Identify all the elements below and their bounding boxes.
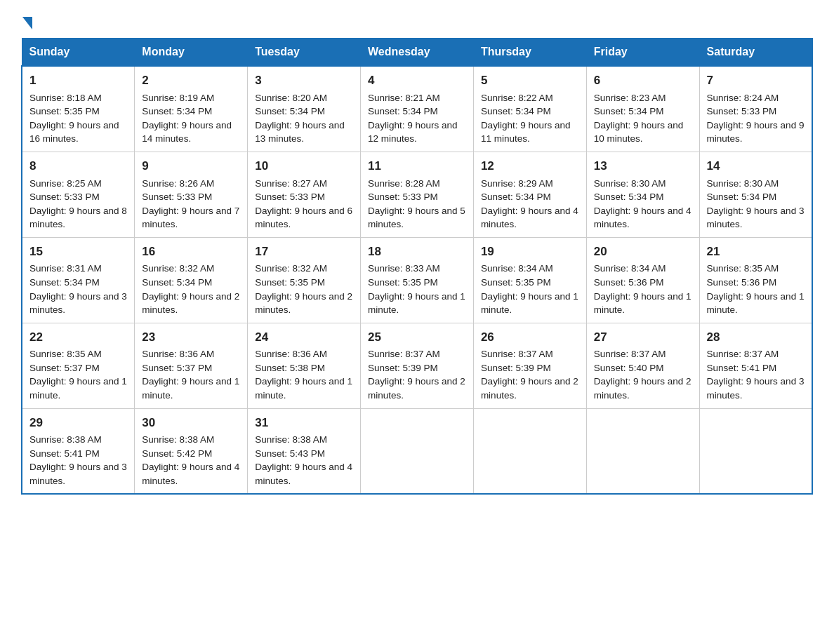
calendar-cell: 22Sunrise: 8:35 AMSunset: 5:37 PMDayligh… — [22, 323, 135, 408]
sunrise-text: Sunrise: 8:29 AM — [481, 178, 553, 189]
sunset-text: Sunset: 5:34 PM — [29, 277, 100, 288]
sunset-text: Sunset: 5:39 PM — [481, 363, 551, 373]
day-number: 14 — [707, 158, 805, 175]
calendar-cell: 1Sunrise: 8:18 AMSunset: 5:35 PMDaylight… — [22, 66, 135, 152]
sunset-text: Sunset: 5:34 PM — [142, 277, 212, 288]
day-number: 10 — [255, 158, 353, 175]
day-number: 5 — [481, 72, 579, 90]
header-day-thursday: Thursday — [473, 39, 586, 67]
daylight-text: Daylight: 9 hours and 1 minute. — [142, 376, 239, 401]
calendar-cell: 9Sunrise: 8:26 AMSunset: 5:33 PMDaylight… — [135, 152, 248, 237]
sunset-text: Sunset: 5:33 PM — [142, 192, 212, 202]
header-day-sunday: Sunday — [22, 39, 135, 67]
calendar-cell: 6Sunrise: 8:23 AMSunset: 5:34 PMDaylight… — [586, 66, 699, 152]
sunset-text: Sunset: 5:35 PM — [255, 277, 325, 288]
daylight-text: Daylight: 9 hours and 8 minutes. — [29, 206, 127, 230]
calendar-cell: 11Sunrise: 8:28 AMSunset: 5:33 PMDayligh… — [361, 152, 474, 237]
sunset-text: Sunset: 5:34 PM — [707, 192, 777, 202]
daylight-text: Daylight: 9 hours and 1 minute. — [594, 291, 691, 316]
calendar-cell — [586, 408, 699, 494]
header-day-friday: Friday — [586, 39, 699, 67]
sunrise-text: Sunrise: 8:24 AM — [707, 93, 779, 103]
day-number: 13 — [594, 158, 692, 175]
daylight-text: Daylight: 9 hours and 3 minutes. — [707, 206, 805, 230]
header-row: SundayMondayTuesdayWednesdayThursdayFrid… — [22, 39, 812, 67]
sunset-text: Sunset: 5:41 PM — [707, 363, 777, 373]
daylight-text: Daylight: 9 hours and 2 minutes. — [481, 376, 578, 401]
sunset-text: Sunset: 5:34 PM — [142, 106, 212, 116]
sunrise-text: Sunrise: 8:20 AM — [255, 93, 327, 103]
calendar-cell: 5Sunrise: 8:22 AMSunset: 5:34 PMDaylight… — [473, 66, 586, 152]
day-number: 26 — [481, 329, 579, 347]
sunrise-text: Sunrise: 8:34 AM — [481, 263, 553, 274]
sunrise-text: Sunrise: 8:25 AM — [29, 178, 102, 189]
sunrise-text: Sunrise: 8:37 AM — [368, 349, 440, 359]
calendar-cell: 27Sunrise: 8:37 AMSunset: 5:40 PMDayligh… — [586, 323, 699, 408]
day-number: 7 — [707, 72, 805, 90]
daylight-text: Daylight: 9 hours and 1 minute. — [481, 291, 578, 316]
sunset-text: Sunset: 5:34 PM — [481, 106, 551, 116]
sunset-text: Sunset: 5:33 PM — [255, 192, 325, 202]
sunset-text: Sunset: 5:41 PM — [29, 448, 100, 459]
sunset-text: Sunset: 5:39 PM — [368, 363, 438, 373]
sunrise-text: Sunrise: 8:21 AM — [368, 93, 440, 103]
calendar-cell: 8Sunrise: 8:25 AMSunset: 5:33 PMDaylight… — [22, 152, 135, 237]
day-number: 9 — [142, 158, 240, 175]
sunrise-text: Sunrise: 8:19 AM — [142, 93, 214, 103]
daylight-text: Daylight: 9 hours and 1 minute. — [707, 291, 805, 316]
sunset-text: Sunset: 5:38 PM — [255, 363, 325, 373]
daylight-text: Daylight: 9 hours and 14 minutes. — [142, 120, 232, 145]
calendar-cell — [361, 408, 474, 494]
sunrise-text: Sunrise: 8:38 AM — [142, 434, 214, 445]
sunrise-text: Sunrise: 8:33 AM — [368, 263, 440, 274]
sunrise-text: Sunrise: 8:35 AM — [707, 263, 779, 274]
calendar-cell: 12Sunrise: 8:29 AMSunset: 5:34 PMDayligh… — [473, 152, 586, 237]
sunrise-text: Sunrise: 8:37 AM — [707, 349, 779, 359]
day-number: 3 — [255, 72, 353, 90]
day-number: 17 — [255, 243, 353, 261]
daylight-text: Daylight: 9 hours and 3 minutes. — [29, 291, 127, 316]
calendar-cell: 17Sunrise: 8:32 AMSunset: 5:35 PMDayligh… — [248, 237, 361, 323]
calendar-cell: 30Sunrise: 8:38 AMSunset: 5:42 PMDayligh… — [135, 408, 248, 494]
daylight-text: Daylight: 9 hours and 2 minutes. — [255, 291, 352, 316]
sunrise-text: Sunrise: 8:18 AM — [29, 93, 102, 103]
sunrise-text: Sunrise: 8:28 AM — [368, 178, 440, 189]
calendar-cell — [473, 408, 586, 494]
page-header — [21, 14, 813, 27]
week-row-1: 1Sunrise: 8:18 AMSunset: 5:35 PMDaylight… — [22, 66, 812, 152]
sunrise-text: Sunrise: 8:37 AM — [481, 349, 553, 359]
day-number: 18 — [368, 243, 466, 261]
daylight-text: Daylight: 9 hours and 4 minutes. — [481, 206, 578, 230]
sunset-text: Sunset: 5:34 PM — [594, 106, 664, 116]
sunrise-text: Sunrise: 8:22 AM — [481, 93, 553, 103]
daylight-text: Daylight: 9 hours and 16 minutes. — [29, 120, 119, 145]
sunset-text: Sunset: 5:42 PM — [142, 448, 212, 459]
daylight-text: Daylight: 9 hours and 4 minutes. — [594, 206, 691, 230]
sunset-text: Sunset: 5:34 PM — [481, 192, 551, 202]
day-number: 21 — [707, 243, 805, 261]
calendar-cell: 16Sunrise: 8:32 AMSunset: 5:34 PMDayligh… — [135, 237, 248, 323]
day-number: 22 — [29, 329, 127, 347]
sunset-text: Sunset: 5:40 PM — [594, 363, 664, 373]
sunset-text: Sunset: 5:35 PM — [368, 277, 438, 288]
calendar-cell: 24Sunrise: 8:36 AMSunset: 5:38 PMDayligh… — [248, 323, 361, 408]
sunrise-text: Sunrise: 8:38 AM — [29, 434, 102, 445]
day-number: 16 — [142, 243, 240, 261]
daylight-text: Daylight: 9 hours and 1 minute. — [368, 291, 465, 316]
sunrise-text: Sunrise: 8:31 AM — [29, 263, 102, 274]
calendar-cell: 25Sunrise: 8:37 AMSunset: 5:39 PMDayligh… — [361, 323, 474, 408]
calendar-cell: 7Sunrise: 8:24 AMSunset: 5:33 PMDaylight… — [699, 66, 812, 152]
sunrise-text: Sunrise: 8:30 AM — [594, 178, 666, 189]
sunrise-text: Sunrise: 8:38 AM — [255, 434, 327, 445]
daylight-text: Daylight: 9 hours and 13 minutes. — [255, 120, 345, 145]
calendar-cell: 23Sunrise: 8:36 AMSunset: 5:37 PMDayligh… — [135, 323, 248, 408]
calendar-header: SundayMondayTuesdayWednesdayThursdayFrid… — [22, 39, 812, 67]
daylight-text: Daylight: 9 hours and 3 minutes. — [29, 462, 127, 486]
sunset-text: Sunset: 5:36 PM — [707, 277, 777, 288]
daylight-text: Daylight: 9 hours and 7 minutes. — [142, 206, 239, 230]
day-number: 30 — [142, 415, 240, 432]
header-day-monday: Monday — [135, 39, 248, 67]
daylight-text: Daylight: 9 hours and 3 minutes. — [707, 376, 805, 401]
calendar-cell — [699, 408, 812, 494]
sunset-text: Sunset: 5:36 PM — [594, 277, 664, 288]
